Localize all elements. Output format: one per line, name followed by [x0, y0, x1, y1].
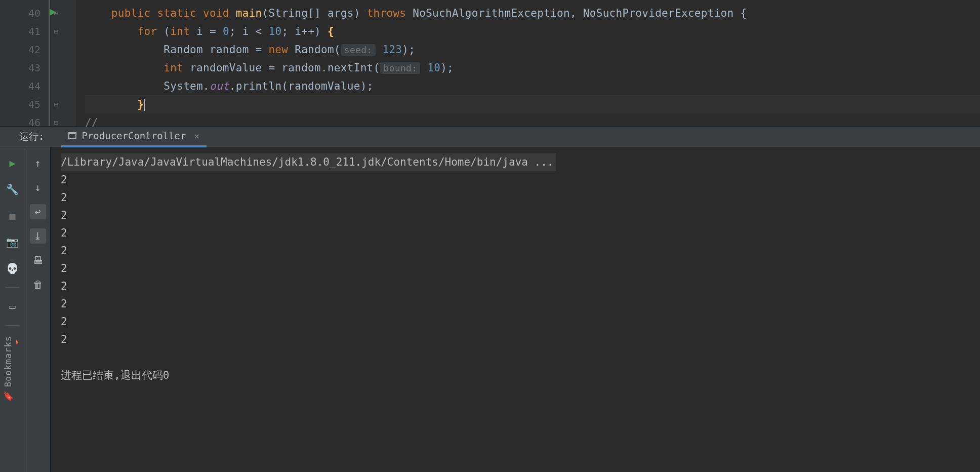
console-line: 2 [61, 189, 970, 207]
scroll-up-button[interactable]: ↑ [30, 155, 46, 171]
editor-gutter: 40 41 42 43 44 45 46 ▶ [0, 0, 76, 126]
fold-collapse-icon[interactable] [50, 22, 62, 41]
clear-button[interactable]: 🗑 [30, 277, 46, 292]
code-line[interactable]: int randomValue = random.nextInt(bound: … [85, 59, 980, 77]
wrench-icon: 🔧 [6, 183, 19, 195]
bookmarks-label: Bookmarks [3, 336, 13, 387]
run-toolbar-secondary: ↑ ↓ ↩ ⤓ 🖶 🗑 [25, 147, 51, 472]
run-toolbar-primary: ▶ 🔧 ■ 📷 💀 ▭ 📌 [0, 147, 25, 472]
code-line[interactable]: public static void main(String[] args) t… [85, 4, 980, 22]
editor-area: 40 41 42 43 44 45 46 ▶ pu [0, 0, 980, 126]
console-line: 2 [61, 331, 970, 348]
console-line: 2 [61, 295, 970, 313]
console-line: 2 [61, 260, 970, 278]
console-command-line: /Library/Java/JavaVirtualMachines/jdk1.8… [61, 153, 970, 171]
fold-column[interactable] [49, 0, 62, 126]
soft-wrap-button[interactable]: ↩ [30, 204, 46, 219]
line-number: 44 [0, 77, 49, 95]
scroll-to-end-button[interactable]: ⤓ [30, 228, 46, 244]
scroll-end-icon: ⤓ [33, 230, 42, 242]
bookmarks-stripe-button[interactable]: Bookmarks 🔖 [0, 331, 16, 406]
close-icon[interactable]: × [194, 131, 199, 141]
dump-threads-button[interactable]: 📷 [5, 234, 21, 250]
fold-collapse-icon[interactable] [50, 95, 62, 113]
fold-collapse-icon[interactable] [50, 113, 62, 132]
application-icon [68, 132, 76, 139]
line-number: 43 [0, 59, 49, 77]
stop-icon: ■ [9, 210, 15, 222]
run-line-gutter-icon[interactable]: ▶ [50, 5, 56, 18]
console-exit-line: 进程已结束,退出代码0 [61, 367, 970, 384]
console-line: 2 [61, 242, 970, 260]
fold-guide [50, 59, 62, 77]
print-button[interactable]: 🖶 [30, 253, 46, 268]
wrap-icon: ↩ [34, 206, 40, 218]
line-number: 41 [0, 22, 49, 41]
inlay-hint: seed: [341, 44, 376, 56]
exit-button[interactable]: 💀 [5, 261, 21, 276]
arrow-down-icon: ↓ [34, 181, 40, 193]
layout-icon: ▭ [9, 300, 15, 312]
layout-button[interactable]: ▭ [5, 299, 21, 314]
console-line: 2 [61, 171, 970, 189]
console-line: 2 [61, 207, 970, 224]
code-line-current[interactable]: } [85, 95, 980, 113]
run-tool-body: ▶ 🔧 ■ 📷 💀 ▭ 📌 ↑ ↓ ↩ ⤓ 🖶 🗑 /Library/Java/… [0, 147, 980, 472]
line-number: 46 [0, 113, 49, 132]
line-number: 45 [0, 95, 49, 113]
line-number-column: 40 41 42 43 44 45 46 [0, 0, 49, 126]
console-line: 2 [61, 224, 970, 242]
code-line[interactable]: // [85, 113, 980, 132]
console-line: 2 [61, 313, 970, 331]
separator [6, 325, 20, 326]
stop-button[interactable]: ■ [5, 208, 21, 223]
fold-guide [50, 77, 62, 95]
run-tab-name: ProducerController [81, 130, 186, 141]
console-line: 2 [61, 278, 970, 295]
scroll-down-button[interactable]: ↓ [30, 180, 46, 195]
line-number: 40 [0, 4, 49, 22]
play-icon: ▶ [50, 5, 56, 18]
inlay-hint: bound: [380, 62, 420, 74]
separator [6, 287, 20, 288]
bug-icon: 💀 [6, 262, 19, 274]
run-label: 运行: [19, 130, 44, 143]
code-line[interactable]: System.out.println(randomValue); [85, 77, 980, 95]
code-line[interactable]: for (int i = 0; i < 10; i++) { [85, 22, 980, 41]
settings-button[interactable]: 🔧 [5, 182, 21, 197]
fold-guide [50, 41, 62, 59]
console-output[interactable]: /Library/Java/JavaVirtualMachines/jdk1.8… [51, 147, 980, 472]
line-number: 42 [0, 41, 49, 59]
rerun-button[interactable]: ▶ [5, 155, 21, 171]
trash-icon: 🗑 [33, 279, 43, 291]
camera-icon: 📷 [6, 236, 19, 248]
bookmark-icon: 🔖 [3, 391, 14, 401]
arrow-up-icon: ↑ [34, 157, 40, 169]
code-content[interactable]: public static void main(String[] args) t… [76, 0, 980, 126]
play-icon: ▶ [9, 157, 15, 169]
text-caret [144, 99, 145, 111]
print-icon: 🖶 [33, 254, 43, 266]
code-line[interactable]: Random random = new Random(seed: 123); [85, 41, 980, 59]
